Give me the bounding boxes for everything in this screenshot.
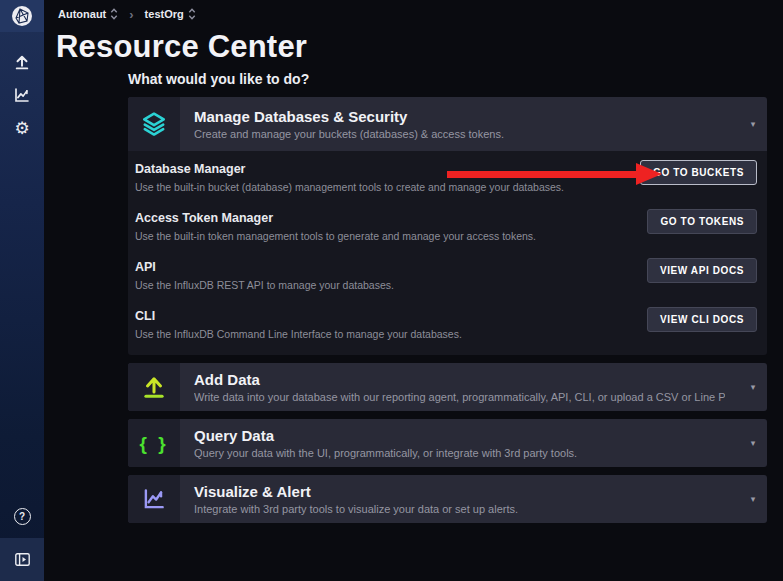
list-item-api: API Use the InfluxDB REST API to manage … <box>128 252 767 301</box>
page-subtitle: What would you like to do? <box>128 71 783 87</box>
sidebar-item-data-explorer[interactable] <box>10 84 34 106</box>
layers-icon <box>128 97 180 151</box>
breadcrumb-suborg-dropdown[interactable]: testOrg <box>145 8 196 20</box>
chart-icon <box>128 475 180 523</box>
go-to-buckets-button[interactable]: GO TO BUCKETS <box>640 160 757 185</box>
go-to-tokens-button[interactable]: GO TO TOKENS <box>647 209 757 234</box>
section-description: Create and manage your buckets (database… <box>194 128 725 140</box>
accordion-query-data[interactable]: { } Query Data Query your data with the … <box>128 419 767 467</box>
section-title: Query Data <box>194 427 725 444</box>
main-area: Autonaut › testOrg Resource Center What … <box>44 0 783 581</box>
page-title: Resource Center <box>56 29 783 65</box>
expand-sidebar-icon <box>15 553 30 566</box>
list-item-cli: CLI Use the InfluxDB Command Line Interf… <box>128 301 767 350</box>
section-description: Query your data with the UI, programmati… <box>194 447 725 459</box>
sidebar-item-load-data[interactable] <box>10 51 34 73</box>
list-item-database-manager: Database Manager Use the built-in bucket… <box>128 154 767 203</box>
influxdb-logo-icon <box>11 5 33 27</box>
app-window: ⚙ ? Autonaut › <box>0 0 783 581</box>
manage-databases-content: Database Manager Use the built-in bucket… <box>128 151 767 355</box>
chevron-down-icon[interactable]: ▾ <box>739 363 767 411</box>
view-api-docs-button[interactable]: VIEW API DOCS <box>647 258 757 283</box>
accordion-add-data[interactable]: Add Data Write data into your database w… <box>128 363 767 411</box>
accordion-manage-databases[interactable]: Manage Databases & Security Create and m… <box>128 97 767 151</box>
graph-icon <box>13 86 31 104</box>
breadcrumb-separator-icon: › <box>127 8 135 21</box>
section-description: Integrate with 3rd party tools to visual… <box>194 503 725 515</box>
section-title: Visualize & Alert <box>194 483 725 500</box>
section-title: Add Data <box>194 371 725 388</box>
help-icon[interactable]: ? <box>14 508 31 525</box>
gear-icon: ⚙ <box>14 120 29 137</box>
upload-icon <box>128 363 180 411</box>
breadcrumb-org-dropdown[interactable]: Autonaut <box>58 8 118 20</box>
breadcrumb: Autonaut › testOrg <box>44 0 783 28</box>
breadcrumb-suborg-label: testOrg <box>145 8 184 20</box>
influxdb-logo[interactable] <box>0 0 44 32</box>
resource-panels: Manage Databases & Security Create and m… <box>128 97 767 523</box>
upload-icon <box>13 53 31 71</box>
breadcrumb-org-label: Autonaut <box>58 8 106 20</box>
list-item-access-token-manager: Access Token Manager Use the built-in to… <box>128 203 767 252</box>
chevron-down-icon[interactable]: ▾ <box>739 475 767 523</box>
accordion-visualize-alert[interactable]: Visualize & Alert Integrate with 3rd par… <box>128 475 767 523</box>
section-description: Write data into your database with our r… <box>194 391 725 403</box>
sort-caret-icon <box>188 8 196 20</box>
braces-icon: { } <box>128 419 180 467</box>
sidebar: ⚙ ? <box>0 0 44 581</box>
view-cli-docs-button[interactable]: VIEW CLI DOCS <box>647 307 757 332</box>
chevron-down-icon[interactable]: ▾ <box>739 419 767 467</box>
expand-sidebar-button[interactable] <box>0 538 44 581</box>
sort-caret-icon <box>110 8 118 20</box>
chevron-down-icon[interactable]: ▾ <box>739 97 767 151</box>
sidebar-item-settings[interactable]: ⚙ <box>10 117 34 139</box>
section-title: Manage Databases & Security <box>194 108 725 125</box>
